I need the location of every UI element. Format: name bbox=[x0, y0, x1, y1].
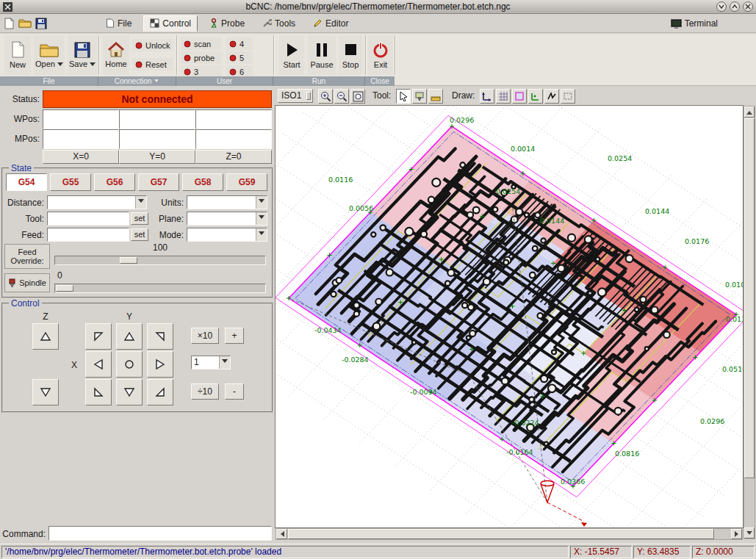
stop-button[interactable]: Stop bbox=[339, 35, 362, 75]
slider-handle[interactable] bbox=[56, 285, 73, 292]
jog-xy-upright-button[interactable] bbox=[147, 323, 173, 350]
tab-file[interactable]: File bbox=[100, 15, 137, 32]
user-button-scan[interactable]: scan bbox=[181, 37, 222, 50]
feed-override-toggle[interactable]: Feed Override: bbox=[4, 244, 50, 269]
tab-editor[interactable]: Editor bbox=[307, 15, 354, 32]
jog-origin-button[interactable] bbox=[116, 351, 143, 378]
home-button[interactable]: Home bbox=[103, 35, 129, 75]
scroll-left-arrow[interactable] bbox=[276, 529, 287, 539]
gantry-move-button[interactable] bbox=[412, 89, 427, 104]
tab-control[interactable]: Control bbox=[143, 15, 198, 32]
group-connection[interactable]: Connection bbox=[98, 76, 176, 86]
pause-button[interactable]: Pause bbox=[308, 35, 336, 75]
chevron-down-icon[interactable] bbox=[256, 212, 267, 225]
jog-z-down-button[interactable] bbox=[32, 379, 59, 405]
tool-set-button[interactable]: set bbox=[131, 212, 148, 225]
new-file-icon[interactable] bbox=[1, 16, 16, 31]
slider-handle[interactable] bbox=[120, 257, 137, 264]
jog-x-plus-button[interactable] bbox=[147, 351, 173, 378]
wcs-g59-button[interactable]: G59 bbox=[226, 173, 267, 191]
units-select[interactable] bbox=[187, 195, 267, 209]
wcs-g58-button[interactable]: G58 bbox=[182, 173, 223, 191]
tab-probe[interactable]: Probe bbox=[204, 15, 251, 32]
step-size-select[interactable]: 1 bbox=[191, 356, 231, 369]
draw-grid-toggle[interactable] bbox=[496, 89, 511, 104]
view-select[interactable]: ISO1 bbox=[278, 89, 313, 103]
command-input[interactable] bbox=[48, 526, 272, 541]
feed-set-button[interactable]: set bbox=[131, 228, 148, 241]
wcs-g57-button[interactable]: G57 bbox=[138, 173, 179, 191]
open-button[interactable]: Open bbox=[34, 35, 65, 75]
zero-z-button[interactable]: Z=0 bbox=[195, 150, 272, 164]
draw-workarea-toggle[interactable] bbox=[561, 89, 575, 104]
start-button[interactable]: Start bbox=[279, 35, 304, 75]
user-button-5[interactable]: 5 bbox=[226, 51, 253, 64]
reset-button[interactable]: Reset bbox=[132, 58, 173, 71]
triangle-right-icon bbox=[154, 358, 166, 370]
draw-margin-toggle[interactable] bbox=[512, 89, 527, 104]
units-label: Units: bbox=[148, 196, 184, 210]
distance-select[interactable] bbox=[47, 195, 147, 209]
vertical-scrollbar[interactable] bbox=[744, 106, 755, 539]
step-minus-button[interactable]: - bbox=[225, 383, 244, 400]
zoom-fit-button[interactable] bbox=[350, 89, 365, 104]
zero-x-button[interactable]: X=0 bbox=[43, 150, 119, 164]
maximize-button[interactable] bbox=[730, 1, 740, 12]
chevron-down-icon[interactable] bbox=[256, 228, 267, 241]
jog-x-minus-button[interactable] bbox=[85, 351, 112, 378]
jog-xy-downleft-button[interactable] bbox=[85, 379, 112, 405]
wcs-g55-button[interactable]: G55 bbox=[50, 173, 91, 191]
user-button-probe[interactable]: probe bbox=[181, 51, 222, 64]
plane-select[interactable] bbox=[187, 212, 267, 226]
save-icon[interactable] bbox=[34, 16, 48, 31]
jog-z-up-button[interactable] bbox=[32, 323, 59, 350]
save-button[interactable]: Save bbox=[68, 35, 97, 75]
step-plus-button[interactable]: + bbox=[225, 328, 244, 344]
chevron-down-icon[interactable] bbox=[219, 356, 230, 369]
tab-tools[interactable]: Tools bbox=[256, 15, 301, 32]
scroll-up-arrow[interactable] bbox=[744, 107, 755, 118]
scrollbar-thumb[interactable] bbox=[288, 529, 714, 539]
terminal-button[interactable]: Terminal bbox=[671, 16, 718, 31]
draw-axes-toggle[interactable] bbox=[480, 89, 494, 104]
zoom-out-button[interactable] bbox=[334, 89, 349, 104]
gcode-canvas[interactable]: 0.02960.00140.02540.01440.01760.01060.01… bbox=[276, 106, 743, 527]
feed-input[interactable] bbox=[47, 228, 129, 242]
scrollbar-thumb[interactable] bbox=[744, 118, 755, 478]
jog-xy-downright-button[interactable] bbox=[147, 379, 173, 405]
select-pointer-button[interactable] bbox=[396, 89, 411, 104]
bcnc-window: bCNC: /home/bnv/prg/elec/Thermometer/The… bbox=[0, 0, 756, 559]
scroll-right-arrow[interactable] bbox=[731, 529, 742, 539]
draw-paths-toggle[interactable] bbox=[544, 89, 559, 104]
spindle-toggle[interactable]: Spindle bbox=[4, 273, 50, 292]
new-button[interactable]: New bbox=[4, 35, 31, 75]
wcs-g54-button[interactable]: G54 bbox=[6, 173, 47, 191]
mode-select[interactable] bbox=[187, 228, 267, 242]
step-x10-button[interactable]: ×10 bbox=[191, 328, 219, 344]
zoom-in-button[interactable] bbox=[318, 89, 333, 104]
exit-button[interactable]: Exit bbox=[368, 35, 393, 75]
tool-input[interactable] bbox=[47, 212, 129, 226]
user-button-4[interactable]: 4 bbox=[226, 37, 253, 50]
draw-probe-toggle[interactable] bbox=[528, 89, 543, 104]
jog-y-down-button[interactable] bbox=[116, 379, 143, 405]
minimize-button[interactable] bbox=[716, 1, 727, 12]
wcs-g56-button[interactable]: G56 bbox=[94, 173, 135, 191]
jog-xy-upleft-button[interactable] bbox=[85, 323, 112, 350]
step-div10-button[interactable]: ÷10 bbox=[191, 383, 219, 400]
ribbon-group-strip: File Connection User Run Close bbox=[0, 76, 395, 86]
feed-override-slider[interactable] bbox=[54, 256, 266, 265]
state-frame: State G54 G55 G56 G57 G58 G59 Distance: … bbox=[1, 167, 273, 298]
jog-y-up-button[interactable] bbox=[116, 323, 143, 350]
ruler-button[interactable] bbox=[428, 89, 443, 104]
horizontal-scrollbar[interactable] bbox=[276, 528, 743, 540]
scroll-down-arrow[interactable] bbox=[744, 527, 755, 538]
chevron-down-icon[interactable] bbox=[135, 196, 146, 209]
unlock-button[interactable]: Unlock bbox=[132, 39, 173, 51]
open-folder-icon[interactable] bbox=[18, 16, 32, 31]
spindle-slider[interactable] bbox=[54, 284, 266, 293]
chevron-down-icon[interactable] bbox=[256, 196, 267, 209]
mpos-z-value bbox=[195, 129, 272, 149]
close-button[interactable] bbox=[743, 1, 753, 12]
zero-y-button[interactable]: Y=0 bbox=[119, 150, 195, 164]
